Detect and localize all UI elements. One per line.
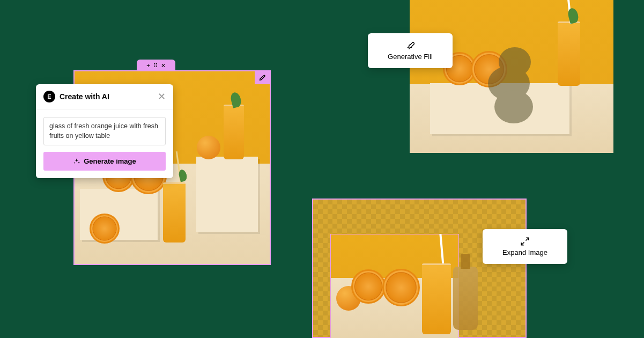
- expand-image-tooltip[interactable]: Expand Image: [483, 229, 567, 264]
- elementor-logo-icon: E: [43, 91, 55, 102]
- pencil-icon: [259, 75, 266, 82]
- generative-fill-panel: Generative Fill: [410, 0, 613, 153]
- expand-image-label: Expand Image: [488, 248, 562, 256]
- close-popup-button[interactable]: ✕: [158, 92, 166, 101]
- expand-image-panel: Expand Image: [312, 199, 527, 338]
- widget-tab-handle[interactable]: + ⠿ ✕: [137, 60, 175, 71]
- create-with-ai-panel: + ⠿ ✕ E Create with AI ✕ glass of fresh …: [73, 70, 271, 265]
- generative-fill-tooltip[interactable]: Generative Fill: [368, 33, 453, 68]
- bottle-extended-object: [453, 267, 478, 330]
- generate-button-label: Generate image: [84, 157, 136, 165]
- popup-header: E Create with AI ✕: [36, 84, 173, 109]
- expand-icon: [488, 237, 562, 246]
- close-tab-icon: ✕: [161, 63, 166, 69]
- original-image-bounds[interactable]: [330, 234, 459, 338]
- edit-badge[interactable]: [255, 71, 270, 84]
- create-with-ai-popup: E Create with AI ✕ glass of fresh orange…: [36, 84, 173, 178]
- brush-icon: [373, 41, 447, 50]
- add-icon: +: [146, 63, 150, 69]
- drag-handle-icon: ⠿: [153, 63, 158, 69]
- prompt-input[interactable]: glass of fresh orange juice with fresh f…: [43, 117, 166, 145]
- sparkle-icon: [73, 158, 80, 165]
- fill-selection-mask[interactable]: [488, 47, 539, 125]
- popup-title: Create with AI: [60, 92, 153, 101]
- generative-fill-label: Generative Fill: [373, 53, 447, 61]
- generate-image-button[interactable]: Generate image: [43, 152, 166, 171]
